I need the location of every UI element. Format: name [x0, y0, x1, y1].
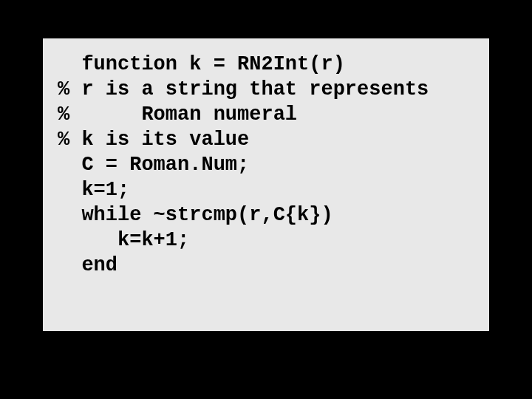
code-line: function k = RN2Int(r) — [58, 52, 474, 77]
code-line: while ~strcmp(r,C{k}) — [58, 202, 474, 228]
code-container: function k = RN2Int(r) % r is a string t… — [43, 38, 489, 331]
code-line: % Roman numeral — [58, 102, 474, 127]
code-line: k=k+1; — [58, 228, 474, 253]
code-line: % r is a string that represents — [58, 77, 474, 102]
code-line: C = Roman.Num; — [58, 152, 474, 177]
code-line: k=1; — [58, 177, 474, 202]
code-line: end — [58, 253, 474, 278]
code-line: % k is its value — [58, 127, 474, 152]
